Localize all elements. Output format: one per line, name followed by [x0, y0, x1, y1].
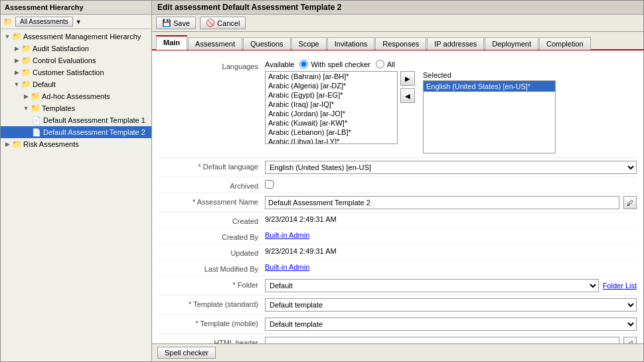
tab-assessment[interactable]: Assessment: [188, 37, 242, 50]
folder-icon: 📁: [11, 31, 22, 42]
folder-list-link[interactable]: Folder List: [603, 282, 637, 290]
expand-icon-customer-satisfaction[interactable]: ▶: [13, 68, 21, 76]
available-languages-list[interactable]: Arabic (Bahrain) [ar-BH]*Arabic (Algeria…: [265, 71, 398, 144]
tree-item-assessment-mgmt[interactable]: ▼📁Assessment Management Hierarchy: [1, 31, 151, 43]
tree-item-templates[interactable]: ▼📁Templates: [1, 102, 151, 114]
save-button[interactable]: 💾 Save: [156, 17, 196, 29]
tree-label-default-template-1: Default Assessment Template 1: [43, 116, 145, 124]
default-language-label: * Default language: [159, 161, 265, 171]
expand-icon-risk-assessments[interactable]: ▶: [3, 140, 11, 148]
tab-responses[interactable]: Responses: [375, 37, 426, 50]
tab-scope[interactable]: Scope: [291, 37, 327, 50]
expand-icon-audit-satisfaction[interactable]: ▶: [13, 45, 21, 52]
updated-value: 9/23/2014 2:49:31 AM: [265, 247, 337, 255]
available-lang-item[interactable]: Arabic (Egypt) [ar-EG]*: [266, 90, 397, 100]
doc-icon: 📄: [31, 115, 42, 126]
tree-label-ad-hoc-assessments: Ad-hoc Assessments: [42, 92, 110, 100]
move-left-button[interactable]: ◀: [400, 88, 415, 103]
tree-label-audit-satisfaction: Audit Satisfaction: [33, 45, 89, 52]
tree-item-control-evaluations[interactable]: ▶📁Control Evaluations: [1, 54, 151, 66]
tab-invitations[interactable]: Invitations: [327, 37, 375, 50]
tree-item-risk-assessments[interactable]: ▶📁Risk Assesments: [1, 138, 151, 150]
created-value: 9/23/2014 2:49:31 AM: [265, 215, 337, 223]
save-label: Save: [173, 19, 190, 27]
radio-group-all: All: [376, 60, 395, 68]
tree-item-audit-satisfaction[interactable]: ▶📁Audit Satisfaction: [1, 43, 151, 54]
created-content: 9/23/2014 2:49:31 AM: [265, 215, 637, 223]
tree-label-templates: Templates: [42, 104, 75, 112]
updated-content: 9/23/2014 2:49:31 AM: [265, 247, 637, 255]
tree-label-risk-assessments: Risk Assesments: [23, 140, 79, 148]
template-mobile-label: * Template (mobile): [159, 317, 265, 327]
tree-item-customer-satisfaction[interactable]: ▶📁Customer Satisfaction: [1, 66, 151, 78]
tab-questions[interactable]: Questions: [243, 37, 291, 50]
html-header-row: HTML header 🖊: [159, 334, 637, 343]
assessment-name-input[interactable]: [265, 196, 619, 209]
folder-icon: 📁: [11, 139, 22, 149]
last-modified-value[interactable]: Built-in Admin: [265, 263, 309, 271]
languages-label: Languages: [159, 60, 265, 70]
tree-item-ad-hoc-assessments[interactable]: ▶📁Ad-hoc Assessments: [1, 90, 151, 102]
dropdown-icon[interactable]: ▼: [76, 19, 82, 25]
cancel-button[interactable]: 🚫 Cancel: [200, 17, 246, 29]
expand-icon-assessment-mgmt[interactable]: ▼: [3, 33, 11, 41]
panel-titlebar: Edit assessment Default Assessment Templ…: [152, 1, 643, 15]
assessment-name-row: * Assessment Name 🖊: [159, 193, 637, 213]
expand-icon-default[interactable]: ▼: [13, 80, 21, 88]
folder-icon: 📁: [21, 79, 31, 90]
folder-icon: 📁: [30, 103, 40, 114]
tab-main[interactable]: Main: [156, 35, 187, 50]
created-label: Created: [159, 215, 265, 225]
default-language-select[interactable]: English (United States) [en-US]: [265, 161, 637, 174]
all-assessments-button[interactable]: All Assessments: [15, 17, 73, 27]
template-standard-select[interactable]: Default template: [265, 298, 637, 312]
sidebar: Assessment Hierarchy 📁 All Assessments ▼…: [1, 1, 152, 361]
archived-row: Archived: [159, 177, 637, 193]
expand-icon-control-evaluations[interactable]: ▶: [13, 56, 21, 64]
template-mobile-select[interactable]: Default template: [265, 317, 637, 331]
template-mobile-row: * Template (mobile) Default template: [159, 315, 637, 334]
tabs-bar: MainAssessmentQuestionsScopeInvitationsR…: [152, 32, 643, 50]
archived-checkbox[interactable]: [265, 180, 274, 189]
available-lang-item[interactable]: Arabic (Kuwait) [ar-KW]*: [266, 118, 397, 128]
all-radio[interactable]: [376, 60, 384, 68]
bottom-toolbar: Spell checker: [152, 343, 643, 361]
assessment-name-content: 🖊: [265, 196, 637, 209]
tree-item-default[interactable]: ▼📁Default: [1, 78, 151, 90]
available-lang-item[interactable]: Arabic (Lebanon) [ar-LB]*: [266, 128, 397, 137]
doc-icon: 📄: [31, 127, 42, 137]
last-modified-content: Built-in Admin: [265, 263, 637, 271]
spell-checker-label: With spell checker: [311, 60, 370, 68]
expand-icon-ad-hoc-assessments[interactable]: ▶: [22, 92, 30, 100]
selected-section: Selected English (United States) [en-US]…: [423, 71, 556, 153]
assessment-name-edit-button[interactable]: 🖊: [623, 196, 637, 209]
tab-deployment[interactable]: Deployment: [485, 37, 538, 50]
move-right-button[interactable]: ▶: [400, 71, 415, 86]
available-lang-item[interactable]: Arabic (Jordan) [ar-JO]*: [266, 109, 397, 118]
available-lang-item[interactable]: Arabic (Algeria) [ar-DZ]*: [266, 81, 397, 90]
assessment-name-label: * Assessment Name: [159, 196, 265, 206]
tree-item-default-template-2[interactable]: 📄Default Assessment Template 2: [1, 126, 151, 138]
spell-checker-radio[interactable]: [299, 60, 308, 68]
folder-select[interactable]: Default: [265, 279, 599, 292]
available-lang-item[interactable]: Arabic (Libya) [ar-LY]*: [266, 137, 397, 144]
folder-icon: 📁: [21, 67, 31, 78]
tab-ip-addresses[interactable]: IP addresses: [427, 37, 484, 50]
available-lang-item[interactable]: Arabic (Bahrain) [ar-BH]*: [266, 72, 397, 81]
tree-area: ▼📁Assessment Management Hierarchy▶📁Audit…: [1, 29, 151, 361]
html-header-input[interactable]: [265, 337, 619, 343]
tab-completion[interactable]: Completion: [539, 37, 591, 50]
selected-languages-list[interactable]: English (United States) [en-US]*: [423, 80, 556, 153]
html-header-edit-button[interactable]: 🖊: [623, 337, 637, 343]
spell-checker-button[interactable]: Spell checker: [157, 347, 216, 359]
tree-item-default-template-1[interactable]: 📄Default Assessment Template 1: [1, 114, 151, 126]
selected-lang-item[interactable]: English (United States) [en-US]*: [424, 81, 555, 92]
created-by-value[interactable]: Built-in Admin: [265, 231, 309, 239]
avail-header: Available With spell checker All: [265, 60, 637, 68]
cancel-label: Cancel: [217, 19, 240, 27]
html-header-content: 🖊: [265, 337, 637, 343]
updated-row: Updated 9/23/2014 2:49:31 AM: [159, 244, 637, 260]
available-lang-item[interactable]: Arabic (Iraq) [ar-IQ]*: [266, 100, 397, 109]
expand-icon-templates[interactable]: ▼: [22, 104, 30, 112]
template-standard-label: * Template (standard): [159, 298, 265, 308]
